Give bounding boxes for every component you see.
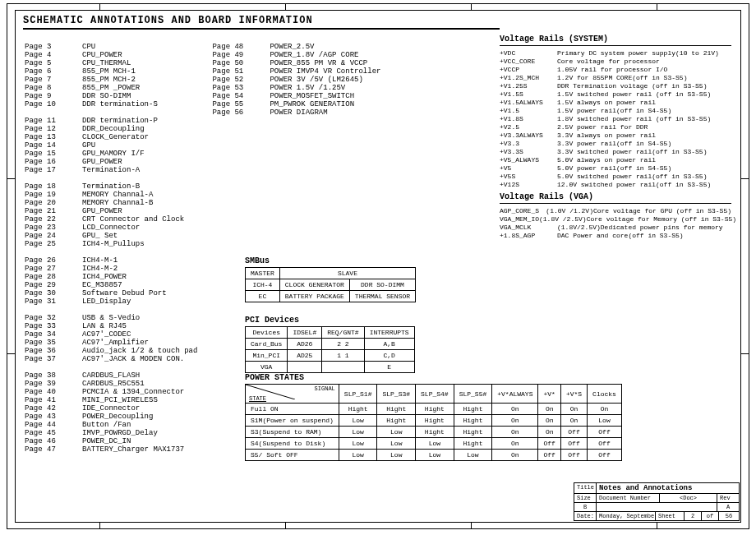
page-number: Page 56 <box>212 108 270 117</box>
rail-name: +V5 <box>500 164 557 173</box>
page-label: GPU_POWER <box>82 158 122 166</box>
rail-desc: 3.3V always on power rail <box>557 131 656 140</box>
page-number: Page 4 <box>25 51 82 59</box>
page-number: Page 30 <box>25 289 82 297</box>
page-number: Page 44 <box>25 421 82 429</box>
cell: DDR SO-DIMM <box>349 279 415 291</box>
pci-table: DevicesIDSEL#REQ/GNT#INTERRUPTSCard_BusA… <box>245 326 415 373</box>
cell: Low <box>416 438 454 450</box>
schematic-sheet: SCHEMATIC ANNOTATIONS AND BOARD INFORMAT… <box>7 3 749 529</box>
page-number: Page 40 <box>25 388 82 396</box>
tb-title-value: Notes and Annotations <box>597 483 739 493</box>
rail-desc: 3.3V power rail(off in S4-S5) <box>557 140 671 148</box>
page-row: Page 9DDR SO-DIMM <box>25 92 197 100</box>
cell: Hight <box>377 415 416 427</box>
tb-sheet-label: Sheet <box>656 512 685 520</box>
page-number: Page 31 <box>25 297 82 306</box>
page-row: Page 15GPU_MAMORY I/F <box>25 150 197 158</box>
cell: BATTERY PACKAGE <box>279 291 349 302</box>
cell: Low <box>339 438 377 450</box>
page-row: Page 6855_PM MCH-1 <box>25 67 197 76</box>
page-label: PCMCIA & 1394_Connector <box>82 388 184 396</box>
page-number: Page 55 <box>212 100 270 108</box>
th-state-signal: SIGNALSTATE <box>246 385 339 404</box>
cell: On <box>560 404 587 415</box>
rail-name: +V5_ALWAYS <box>500 156 557 164</box>
block-title: PCI Devices <box>245 316 415 325</box>
rail-desc: 12.0V switched power rail(off in S3-S5) <box>557 181 711 189</box>
th-slave: SLAVE <box>279 268 415 279</box>
page-label: CARDBUS_FLASH <box>82 371 140 380</box>
page-number: Page 34 <box>25 330 82 339</box>
cell: Hight <box>454 404 492 415</box>
tb-size-label: Size <box>574 494 597 502</box>
page-number: Page 47 <box>25 445 82 454</box>
rail-name: +VCC_CORE <box>500 58 557 66</box>
page-label: CPU_POWER <box>82 51 122 59</box>
voltage-rail-row: +V3.3S3.3V switched power rail(off in S3… <box>500 148 731 156</box>
page-row: Page 23LCD_Connector <box>25 224 197 232</box>
page-label: EC_M38857 <box>82 281 122 289</box>
th: REQ/GNT# <box>322 327 364 339</box>
rail-name: AGP_CORE_S <box>500 207 546 215</box>
cell: Off <box>538 450 560 461</box>
cell: AD26 <box>288 339 322 350</box>
page-number: Page 12 <box>25 125 82 133</box>
page-row: Page 27ICH4-M-2 <box>25 265 197 273</box>
page-number: Page 51 <box>212 67 270 76</box>
rail-name: +V1.8S <box>500 115 557 123</box>
voltage-rail-row: +V5S5.0V switched power rail(off in S3-S… <box>500 173 731 181</box>
page-label: CPU_THERMAL <box>82 59 131 67</box>
rail-desc: 1.5V switched power rail (off in S3-S5) <box>557 90 711 99</box>
cell: Low <box>339 415 377 427</box>
page-number: Page 16 <box>25 158 82 166</box>
page-number: Page 17 <box>25 166 82 174</box>
th: INTERRUPTS <box>364 327 414 339</box>
page-number: Page 18 <box>25 182 82 191</box>
page-label: GPU_ Set <box>82 232 118 240</box>
page-number: Page 11 <box>25 117 82 125</box>
page-label: USB & S-Vedio <box>82 314 140 322</box>
rail-name: +V1.5S <box>500 90 557 99</box>
page-label: MEMORY Channal-B <box>82 199 153 207</box>
page-row: Page 40PCMCIA & 1394_Connector <box>25 388 197 396</box>
page-row: Page 25ICH4-M_Pullups <box>25 240 197 248</box>
cell: Off <box>560 450 587 461</box>
page-number: Page 19 <box>25 191 82 199</box>
tb-rev-label: Rev <box>717 494 739 502</box>
frame-tick <box>285 3 286 10</box>
cell: Min_PCI <box>246 350 288 362</box>
page-row: Page 41MINI_PCI_WIRELESS <box>25 396 197 404</box>
page-number: Page 23 <box>25 224 82 232</box>
block-title: POWER STATES <box>245 373 574 382</box>
page-number: Page 49 <box>212 51 270 59</box>
page-label: POWER_MOSFET_SWITCH <box>270 92 354 100</box>
rail-desc: 1.2V for 855PM CORE(off in S3-S5) <box>557 74 687 82</box>
page-number: Page 22 <box>25 215 82 224</box>
th: IDSEL# <box>288 327 322 339</box>
page-row: Page 44Button /Fan <box>25 421 197 429</box>
page-row: Page 7855_PM MCH-2 <box>25 76 197 84</box>
page-row: Page 30Software Debud Port <box>25 289 197 297</box>
page-number: Page 14 <box>25 141 82 150</box>
page-row: Page 36Audio_jack 1/2 & touch pad <box>25 347 197 355</box>
voltage-rail-row: +1.8S_AGPDAC Power and core(off in S3-S5… <box>500 232 731 240</box>
rail-name: +V1.5 <box>500 107 557 115</box>
page-row: Page 50POWER_855 PM VR & VCCP <box>212 59 380 67</box>
page-label: POWER IMVP4 VR Controller <box>270 67 380 76</box>
page-row: Page 11DDR termination-P <box>25 117 197 125</box>
page-label: ICH4-M-2 <box>82 265 118 273</box>
page-number: Page 53 <box>212 84 270 92</box>
page-number: Page 52 <box>212 76 270 84</box>
voltage-rails-system: Voltage Rails (SYSTEM) +VDCPrimary DC sy… <box>500 33 731 189</box>
rail-name: VGA_MEM_IO <box>500 215 539 224</box>
page-row: Page 18Termination-B <box>25 182 197 191</box>
page-number: Page 46 <box>25 437 82 445</box>
rail-desc: 3.3V switched power rail(off in S3-S5) <box>557 148 707 156</box>
rail-name: +VDC <box>500 49 557 58</box>
page-label: DDR termination-S <box>82 100 158 108</box>
page-label: GPU_POWER <box>82 207 122 215</box>
page-group: Page 11DDR termination-PPage 12DDR_Decou… <box>25 117 197 174</box>
rail-desc: Primary DC system power supply(10 to 21V… <box>557 49 719 58</box>
page-number: Page 6 <box>25 67 82 76</box>
